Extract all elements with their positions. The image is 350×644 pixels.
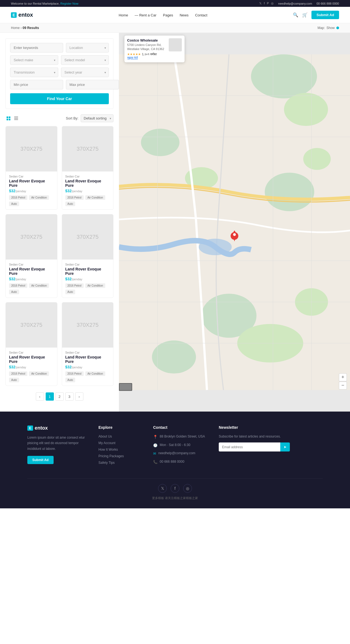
sort-select[interactable]: Default sorting xyxy=(81,114,113,122)
keywords-input[interactable] xyxy=(10,43,63,53)
footer-newsletter-heading: Newsletter xyxy=(219,425,290,430)
car-card[interactable]: 370X275 Sedan Car Land Rover Evoque Pure… xyxy=(5,214,57,298)
sort-bar: Sort By: Default sorting xyxy=(5,114,113,122)
car-card[interactable]: 370X275 Sedan Car Land Rover Evoque Pure… xyxy=(62,214,114,298)
svg-point-6 xyxy=(265,173,314,211)
transmission-select[interactable]: Transmission xyxy=(10,68,58,77)
car-type: Sedan Car xyxy=(65,351,110,354)
twitter-social-icon[interactable]: 𝕏 xyxy=(158,484,167,493)
car-price: $32/penday xyxy=(65,277,110,281)
car-tag: Air Condition xyxy=(85,371,105,376)
clock-icon: 🕐 xyxy=(153,443,158,448)
map-popup-stars: ★★★★★ xyxy=(127,53,141,56)
car-card[interactable]: 370X275 Sedan Car Land Rover Evoque Pure… xyxy=(5,302,57,386)
prev-page-button[interactable]: ‹ xyxy=(36,392,44,401)
car-type: Sedan Car xyxy=(9,263,54,266)
map-popup-rating: 1,२०१ समीक्षा xyxy=(142,53,157,56)
page-2-button[interactable]: 2 xyxy=(56,392,64,401)
map-toggle[interactable]: Map: Show xyxy=(317,26,339,30)
map-label: Map: xyxy=(317,26,325,30)
nav-news[interactable]: News xyxy=(180,13,189,17)
nav-home[interactable]: Home xyxy=(119,13,128,17)
page-3-button[interactable]: 3 xyxy=(65,392,74,401)
footer-link-how[interactable]: How It Works xyxy=(98,448,118,451)
pinterest-icon[interactable]: P xyxy=(267,2,269,5)
car-price: $32/penday xyxy=(9,277,54,281)
min-price-input[interactable] xyxy=(10,80,63,89)
map-show-label: Show xyxy=(326,26,335,30)
newsletter-input[interactable] xyxy=(219,442,280,451)
car-card[interactable]: 370X275 Sedan Car Land Rover Evoque Pure… xyxy=(62,126,114,210)
top-bar-welcome: Welcome to our Rental Marketplace, Regis… xyxy=(11,2,78,5)
car-type: Sedan Car xyxy=(9,175,54,178)
breadcrumb-home[interactable]: Home xyxy=(11,26,20,30)
footer-desc: Lorem ipsum dolor sit ame consect etur p… xyxy=(27,435,88,451)
car-info: Sedan Car Land Rover Evoque Pure $32/pen… xyxy=(6,260,57,298)
top-bar: Welcome to our Rental Marketplace, Regis… xyxy=(0,0,350,7)
phone-icon: 📞 xyxy=(153,459,158,465)
footer-explore-heading: Explore xyxy=(98,425,142,430)
car-card[interactable]: 370X275 Sedan Car Land Rover Evoque Pure… xyxy=(62,302,114,386)
footer-explore-links: About Us My Account How It Works Pricing… xyxy=(98,434,142,465)
max-price-input[interactable] xyxy=(66,80,119,89)
footer-submit-btn[interactable]: Submit Ad xyxy=(27,456,54,464)
page-1-button[interactable]: 1 xyxy=(46,392,54,401)
footer-contact-phone: 📞 00 666 888 0000 xyxy=(153,459,208,465)
year-select[interactable]: Select year xyxy=(61,68,109,77)
newsletter-submit-button[interactable]: ➤ xyxy=(280,442,290,451)
car-period: /penday xyxy=(15,190,26,193)
footer-link-safety[interactable]: Safety Tips xyxy=(98,461,115,465)
svg-text:−: − xyxy=(342,383,345,388)
footer-grid: E entox Lorem ipsum dolor sit ame consec… xyxy=(27,425,323,467)
svg-point-10 xyxy=(152,340,196,374)
search-icon[interactable]: 🔍 xyxy=(293,12,298,18)
facebook-social-icon[interactable]: f xyxy=(171,484,179,493)
instagram-social-icon[interactable]: ◎ xyxy=(183,484,192,493)
instagram-icon[interactable]: ◎ xyxy=(271,2,274,5)
top-bar-right: 𝕏 f P ◎ needhelp@company.com 00 666 888 … xyxy=(259,2,339,5)
car-image-label: 370X275 xyxy=(77,322,98,328)
model-select[interactable]: Select model xyxy=(61,55,109,65)
footer-link-account[interactable]: My Account xyxy=(98,441,115,445)
car-tag: Auto xyxy=(9,202,19,206)
svg-point-4 xyxy=(141,129,179,156)
car-tags: 2016 PetrolAir ConditionAuto xyxy=(65,283,110,294)
car-image: 370X275 xyxy=(62,126,113,171)
twitter-icon[interactable]: 𝕏 xyxy=(259,2,262,5)
submit-ad-button[interactable]: Submit Ad xyxy=(311,11,339,19)
svg-text:+: + xyxy=(342,374,345,380)
logo[interactable]: E entox xyxy=(11,12,33,18)
find-car-button[interactable]: Find Your Car xyxy=(10,93,109,104)
map-container[interactable]: + − Costco Wholesale 5700 Lindero Canyon… xyxy=(119,33,350,412)
next-page-button[interactable]: › xyxy=(75,392,83,401)
grid-view-button[interactable] xyxy=(5,115,11,121)
car-tags: 2016 PetrolAir ConditionAuto xyxy=(65,371,110,382)
nav-pages[interactable]: Pages xyxy=(163,13,173,17)
car-period: /penday xyxy=(72,278,82,281)
facebook-icon[interactable]: f xyxy=(264,2,265,5)
map-popup-link[interactable]: सुझाव भेजें xyxy=(127,56,138,59)
cart-icon[interactable]: 🛒 xyxy=(302,12,308,18)
car-tags: 2016 PetrolAir ConditionAuto xyxy=(65,195,110,206)
car-price: $32/penday xyxy=(9,365,54,369)
register-link[interactable]: Register Now xyxy=(60,2,78,5)
svg-rect-28 xyxy=(119,384,132,390)
footer-social: 𝕏 f ◎ xyxy=(158,484,192,493)
header-actions: 🔍 🛒 Submit Ad xyxy=(293,11,339,19)
top-bar-phone: 00 666 888 0000 xyxy=(316,2,339,5)
make-select[interactable]: Select make xyxy=(10,55,58,65)
footer-link-pricing[interactable]: Pricing Packages xyxy=(98,454,124,458)
car-name: Land Rover Evoque Pure xyxy=(9,355,54,364)
list-view-button[interactable] xyxy=(13,115,19,121)
car-image-label: 370X275 xyxy=(21,322,42,328)
location-select[interactable]: Location xyxy=(66,43,109,53)
footer-contact-heading: Contact xyxy=(153,425,208,430)
footer-link-about[interactable]: About Us xyxy=(98,435,112,438)
car-period: /penday xyxy=(72,366,82,369)
nav-rent-a-car[interactable]: — Rent a Car xyxy=(135,13,156,17)
car-card[interactable]: 370X275 Sedan Car Land Rover Evoque Pure… xyxy=(5,126,57,210)
car-type: Sedan Car xyxy=(9,351,54,354)
car-tag: 2016 Petrol xyxy=(65,371,84,376)
breadcrumb-bar: Home › 09 Results Map: Show xyxy=(0,23,350,33)
nav-contact[interactable]: Contact xyxy=(195,13,207,17)
